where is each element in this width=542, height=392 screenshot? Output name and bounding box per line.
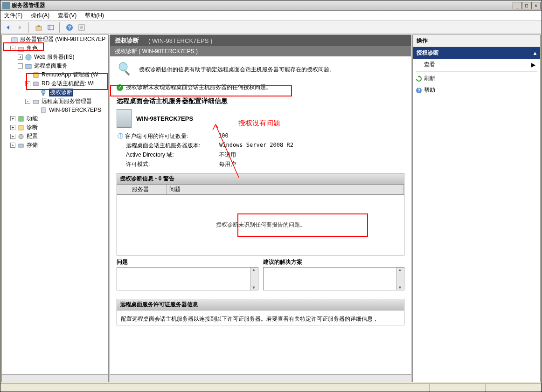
refresh-icon: [416, 76, 422, 82]
minimize-button[interactable]: _: [513, 2, 522, 9]
menu-file[interactable]: 文件(F): [2, 11, 24, 21]
tree-rdsmgr[interactable]: -远程桌面服务管理器: [2, 97, 108, 106]
tree-remoteapp[interactable]: RemoteApp 管理器 (W: [2, 70, 108, 79]
server-icon: [117, 109, 132, 128]
tree-servername[interactable]: WIN-98TERCK7EPS: [2, 106, 108, 114]
solution-label: 建议的解决方案: [263, 258, 405, 266]
action-view[interactable]: 查看▶: [413, 59, 540, 70]
svg-line-25: [215, 124, 239, 178]
svg-rect-20: [19, 125, 23, 130]
col-server[interactable]: 服务器: [129, 185, 167, 194]
app-icon: [2, 2, 10, 9]
show-hide-button[interactable]: [45, 22, 56, 33]
svg-rect-1: [48, 25, 54, 30]
menu-action[interactable]: 操作(A): [29, 11, 51, 21]
tree-root[interactable]: 服务器管理器 (WIN-98TERCK7EP: [2, 35, 108, 44]
actions-node-header: 授权诊断▴: [413, 47, 540, 59]
details-title: 远程桌面会话主机服务器配置详细信息: [117, 97, 404, 105]
grid-body: 授权诊断未识别任何要报告的问题。: [117, 195, 404, 255]
svg-point-23: [119, 62, 127, 71]
window-title: 服务器管理器: [12, 1, 513, 9]
svg-rect-0: [36, 27, 42, 30]
menu-help[interactable]: 帮助(H): [83, 11, 106, 21]
diag-icon: [117, 61, 133, 78]
tree-panel[interactable]: 服务器管理器 (WIN-98TERCK7EP -角色 +Web 服务器(IIS)…: [1, 34, 109, 382]
info-icon: ⓘ: [118, 132, 123, 140]
server-name: WIN-98TERCK7EPS: [136, 115, 193, 122]
svg-rect-12: [26, 64, 31, 69]
menubar: 文件(F) 操作(A) 查看(V) 帮助(H): [0, 11, 542, 21]
mode-label: 许可模式:: [126, 160, 219, 168]
chevron-right-icon: ▶: [531, 62, 535, 68]
back-button[interactable]: [2, 22, 14, 33]
content-subheader: 授权诊断 ( WIN-98TERCK7EPS ): [110, 46, 411, 56]
check-icon: ✓: [117, 84, 123, 91]
content-hscroll[interactable]: [110, 374, 411, 382]
menu-view[interactable]: 查看(V): [56, 11, 78, 21]
svg-rect-18: [42, 108, 45, 113]
licsrv-panel-header: 远程桌面服务许可证服务器信息: [117, 299, 404, 310]
status-ok-text: 授权诊断未发现远程桌面会话主机服务器的任何授权问题。: [126, 83, 271, 91]
lic-count-label: 客户端可用的许可证数量:: [125, 132, 218, 140]
actions-panel: 操作 授权诊断▴ 查看▶ 刷新 ?帮助: [412, 34, 541, 382]
svg-point-15: [42, 90, 45, 94]
col-issue[interactable]: 问题: [167, 185, 404, 194]
forward-button[interactable]: [14, 22, 26, 33]
tree-licdiag[interactable]: 授权诊断: [2, 88, 108, 97]
maximize-button[interactable]: □: [522, 2, 531, 9]
svg-rect-17: [33, 100, 39, 103]
tree-rds[interactable]: -远程桌面服务: [2, 62, 108, 70]
svg-rect-13: [34, 73, 38, 77]
svg-text:?: ?: [417, 88, 420, 93]
scrollbar[interactable]: [250, 268, 258, 290]
svg-rect-10: [18, 48, 24, 51]
svg-rect-16: [42, 93, 44, 96]
solution-box[interactable]: [263, 267, 405, 290]
tree-storage[interactable]: +存储: [2, 141, 108, 150]
action-help[interactable]: ?帮助: [413, 84, 540, 96]
header-title: 授权诊断: [115, 36, 139, 45]
licsrv-body: 配置远程桌面会话主机服务器以连接到以下许可证服务器。若要查看有关特定许可证服务器…: [117, 310, 404, 325]
content-panel: 授权诊断 ( WIN-98TERCK7EPS ) 授权诊断 ( WIN-98TE…: [110, 34, 411, 382]
header-sub: ( WIN-98TERCK7EPS ): [148, 37, 212, 44]
intro-text: 授权诊断提供的信息有助于确定远程桌面会话主机服务器可能存在的授权问题。: [139, 66, 335, 74]
tree-diag[interactable]: +诊断: [2, 123, 108, 132]
svg-rect-9: [12, 38, 17, 42]
svg-rect-24: [125, 70, 130, 76]
content-body: 授权诊断提供的信息有助于确定远程桌面会话主机服务器可能存在的授权问题。 ✓ 授权…: [110, 56, 411, 374]
up-button[interactable]: [33, 22, 44, 33]
help-button[interactable]: ?: [64, 22, 75, 33]
actions-title: 操作: [413, 35, 540, 47]
action-refresh[interactable]: 刷新: [413, 73, 540, 84]
props-button[interactable]: [76, 22, 87, 33]
grid-header: 服务器 问题: [117, 185, 404, 195]
tree-features[interactable]: +功能: [2, 114, 108, 123]
issue-box[interactable]: [117, 267, 258, 290]
tree-roles[interactable]: -角色: [2, 44, 108, 53]
svg-rect-19: [19, 117, 23, 121]
ad-label: Active Directory 域:: [126, 151, 219, 159]
content-header: 授权诊断 ( WIN-98TERCK7EPS ): [110, 35, 411, 46]
statusbar: [0, 383, 542, 392]
scrollbar[interactable]: [396, 268, 404, 290]
svg-point-21: [19, 134, 23, 139]
titlebar: 服务器管理器 _ □ ✕: [0, 0, 542, 11]
ver-label: 远程桌面会话主机服务器版本:: [126, 142, 219, 150]
annotation-text: 授权没有问题: [238, 119, 280, 128]
tree-rdhost[interactable]: -RD 会话主机配置: WI: [2, 79, 108, 88]
svg-rect-22: [19, 144, 23, 147]
tree-config[interactable]: +配置: [2, 132, 108, 141]
svg-text:?: ?: [68, 25, 71, 30]
diag-panel-header: 授权诊断信息 - 0 警告: [117, 173, 404, 185]
svg-point-11: [26, 55, 31, 60]
empty-msg: 授权诊断未识别任何要报告的问题。: [216, 221, 306, 229]
licsrv-text: 配置远程桌面会话主机服务器以连接到以下许可证服务器。若要查看有关特定许可证服务器…: [121, 316, 378, 322]
tree-iis[interactable]: +Web 服务器(IIS): [2, 53, 108, 62]
help-icon: ?: [416, 87, 422, 94]
issue-label: 问题: [117, 258, 258, 266]
svg-rect-14: [34, 82, 38, 86]
toolbar: ?: [0, 21, 542, 34]
close-button[interactable]: ✕: [531, 2, 541, 9]
collapse-icon[interactable]: ▴: [534, 50, 536, 56]
